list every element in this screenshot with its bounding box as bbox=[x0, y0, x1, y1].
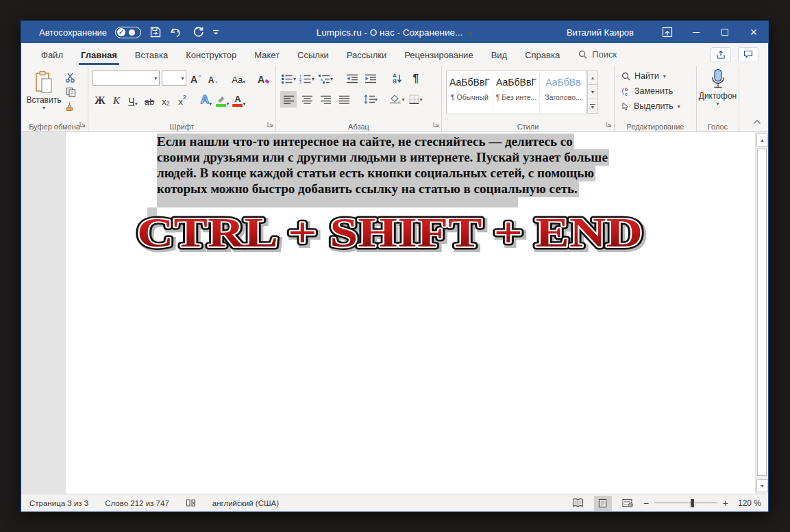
zoom-in-button[interactable]: + bbox=[723, 498, 728, 509]
borders-button[interactable]: ▾ bbox=[408, 91, 424, 107]
tab-view[interactable]: Вид bbox=[482, 45, 517, 65]
show-marks-button[interactable]: ¶ bbox=[408, 71, 424, 87]
clipboard-dialog-launcher[interactable] bbox=[79, 118, 86, 130]
minimize-button[interactable]: ─ bbox=[682, 21, 711, 43]
strikethrough-label: ab bbox=[145, 97, 154, 107]
zoom-level[interactable]: 120 % bbox=[735, 498, 761, 508]
document-page[interactable]: Если нашли что-то интересное на сайте, н… bbox=[66, 132, 756, 494]
underline-button[interactable]: Ч▾ bbox=[125, 91, 140, 109]
shortcut-image[interactable]: CTRL + SHIFT + END CTRL + SHIFT + END CT… bbox=[133, 205, 654, 262]
numbering-button[interactable]: 123 ▾ bbox=[299, 71, 315, 87]
grow-arrow-icon: ⌃ bbox=[197, 75, 202, 81]
zoom-slider-thumb[interactable] bbox=[691, 499, 694, 507]
zoom-out-button[interactable]: − bbox=[643, 498, 649, 509]
subscript-button[interactable]: x2 bbox=[158, 91, 173, 109]
shrink-font-button[interactable]: А⌄ bbox=[206, 69, 221, 87]
save-button[interactable] bbox=[149, 26, 162, 38]
grow-font-button[interactable]: А⌃ bbox=[188, 69, 203, 87]
select-button[interactable]: Выделить ▾ bbox=[621, 99, 692, 114]
tab-mailings[interactable]: Рассылки bbox=[338, 45, 395, 65]
undo-button[interactable] bbox=[170, 27, 184, 38]
select-label: Выделить bbox=[634, 101, 674, 111]
find-button[interactable]: Найти ▾ bbox=[621, 68, 692, 84]
scroll-up-button[interactable]: ▲ bbox=[756, 134, 768, 147]
multilevel-list-icon: а bbox=[318, 74, 330, 84]
styles-more-button[interactable]: ▼ bbox=[587, 99, 598, 114]
maximize-button[interactable] bbox=[711, 21, 739, 43]
selected-paragraph[interactable]: Если нашли что-то интересное на сайте, н… bbox=[157, 134, 678, 197]
font-size-combobox[interactable]: ▾ bbox=[162, 71, 186, 86]
styles-scroll-up-button[interactable]: ▲ bbox=[587, 71, 598, 85]
format-painter-button[interactable] bbox=[65, 101, 76, 112]
redo-button[interactable] bbox=[192, 26, 204, 38]
ribbon-display-options-button[interactable] bbox=[653, 21, 682, 43]
tab-review[interactable]: Рецензирование bbox=[395, 45, 482, 65]
align-center-button[interactable] bbox=[299, 91, 315, 107]
tab-design[interactable]: Конструктор bbox=[177, 45, 245, 65]
word-count[interactable]: Слово 212 из 747 bbox=[105, 499, 169, 507]
change-case-button[interactable]: Aa▾ bbox=[231, 69, 246, 87]
decrease-indent-button[interactable] bbox=[344, 71, 360, 87]
scroll-down-button[interactable]: ▼ bbox=[756, 479, 768, 492]
line-spacing-button[interactable]: ▾ bbox=[362, 91, 379, 107]
strikethrough-button[interactable]: ab bbox=[142, 91, 157, 109]
language-indicator[interactable]: английский (США) bbox=[212, 499, 279, 507]
styles-dialog-launcher[interactable] bbox=[606, 118, 612, 130]
tab-help[interactable]: Справка bbox=[516, 45, 569, 65]
clear-formatting-button[interactable]: А bbox=[256, 69, 271, 87]
replace-button[interactable]: b c Заменить bbox=[621, 84, 692, 99]
dictate-button[interactable]: Диктофон ▾ bbox=[699, 68, 737, 107]
increase-indent-button[interactable] bbox=[362, 71, 379, 87]
align-right-button[interactable] bbox=[317, 91, 334, 107]
pilcrow-icon: ¶ bbox=[413, 73, 419, 85]
scrollbar-thumb[interactable] bbox=[757, 149, 767, 476]
copy-button[interactable] bbox=[65, 87, 76, 97]
close-button[interactable]: × bbox=[739, 21, 768, 43]
font-dialog-launcher[interactable] bbox=[267, 118, 273, 130]
font-name-combobox[interactable]: ▾ bbox=[92, 71, 160, 86]
cut-button[interactable] bbox=[65, 73, 76, 83]
customize-quick-access-button[interactable] bbox=[212, 29, 219, 36]
tab-file[interactable]: Файл bbox=[32, 45, 72, 65]
more-commands-icon bbox=[212, 29, 219, 36]
search-box[interactable]: Поиск bbox=[578, 49, 617, 60]
group-paragraph: ▾ 123 ▾ а ▾ bbox=[276, 66, 442, 131]
style-normal[interactable]: АаБбВвГ ¶ Обычный bbox=[447, 71, 493, 114]
comments-button[interactable] bbox=[738, 47, 758, 62]
vertical-scrollbar[interactable]: ▲ ▼ bbox=[755, 132, 768, 494]
editing-group-label: Редактирование bbox=[615, 123, 696, 131]
multilevel-list-button[interactable]: а ▾ bbox=[317, 71, 334, 87]
superscript-button[interactable]: x2 bbox=[175, 91, 190, 109]
web-layout-button[interactable] bbox=[619, 496, 637, 511]
style-heading1[interactable]: АаБбВв Заголово... bbox=[540, 71, 587, 114]
share-button[interactable] bbox=[711, 47, 731, 62]
styles-scroll-down-button[interactable]: ▼ bbox=[587, 85, 598, 99]
sort-button[interactable]: АЯ bbox=[389, 71, 406, 87]
paste-button[interactable]: Вставить ▾ bbox=[25, 68, 62, 121]
zoom-slider[interactable] bbox=[654, 498, 717, 508]
paragraph-dialog-launcher[interactable] bbox=[433, 118, 439, 130]
maximize-icon bbox=[721, 29, 728, 36]
tab-references[interactable]: Ссылки bbox=[288, 45, 338, 65]
text-effects-button[interactable]: А▾ bbox=[199, 91, 214, 109]
page-indicator[interactable]: Страница 3 из 3 bbox=[29, 499, 88, 507]
svg-text:3: 3 bbox=[299, 80, 301, 84]
proofing-status[interactable]: x bbox=[186, 498, 196, 507]
bullets-button[interactable]: ▾ bbox=[280, 71, 297, 87]
justify-button[interactable] bbox=[336, 91, 352, 107]
collapse-ribbon-button[interactable] bbox=[753, 115, 761, 127]
bold-button[interactable]: Ж bbox=[92, 91, 108, 109]
read-mode-button[interactable] bbox=[569, 496, 587, 511]
group-styles: АаБбВвГ ¶ Обычный АаБбВвГ ¶ Без инте... … bbox=[442, 66, 615, 131]
autosave-toggle[interactable]: ✓ bbox=[115, 27, 141, 38]
highlight-button[interactable]: ▾ bbox=[215, 91, 230, 109]
font-color-button[interactable]: А ▾ bbox=[232, 91, 247, 109]
tab-layout[interactable]: Макет bbox=[245, 45, 288, 65]
align-left-button[interactable] bbox=[280, 91, 297, 107]
style-no-spacing[interactable]: АаБбВвГ ¶ Без инте... bbox=[493, 71, 540, 114]
tab-insert[interactable]: Вставка bbox=[126, 45, 177, 65]
italic-button[interactable]: К bbox=[109, 91, 124, 109]
tab-home[interactable]: Главная bbox=[72, 45, 126, 65]
shading-button[interactable]: ▾ bbox=[389, 91, 406, 107]
print-layout-button[interactable] bbox=[594, 496, 612, 511]
